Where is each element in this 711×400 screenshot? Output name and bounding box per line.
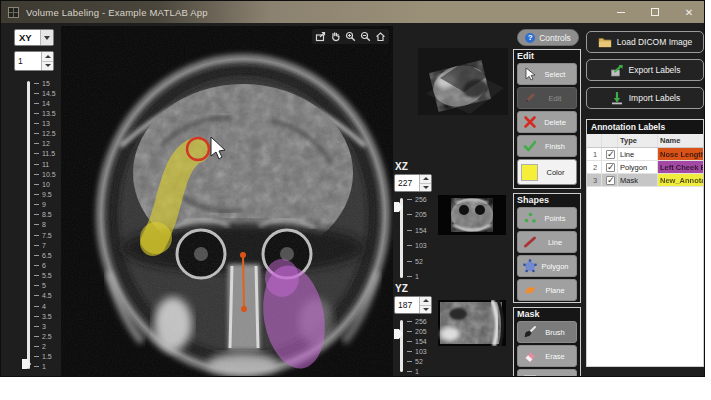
slider-tick: 10.5 xyxy=(34,170,60,178)
folder-icon xyxy=(598,36,612,48)
row-checkbox-cell xyxy=(602,161,618,173)
polygon-button[interactable]: Polygon xyxy=(517,255,577,277)
xy-slice-slider[interactable] xyxy=(27,81,30,369)
row-type: Mask xyxy=(618,174,658,186)
slider-tick: 1.5 xyxy=(34,353,60,361)
slider-tick: 8 xyxy=(34,221,60,229)
slider-tick: 1 xyxy=(407,273,431,281)
table-row[interactable]: 3 Mask New_Annotation_1 xyxy=(587,174,703,187)
table-row[interactable]: 1 Line Nose Length xyxy=(587,148,703,161)
xz-slider-ticks: 256 205 154 103 52 1 xyxy=(407,195,431,281)
yz-spinner-value: 187 xyxy=(395,297,419,313)
spinner-down-button[interactable] xyxy=(420,184,431,192)
arrow-up-icon xyxy=(423,177,429,180)
spinner-down-button[interactable] xyxy=(42,62,53,71)
visibility-checkbox[interactable] xyxy=(606,163,615,172)
view-plane-dropdown[interactable]: XY xyxy=(14,29,54,46)
close-button[interactable]: ✕ xyxy=(672,1,705,23)
slider-tick: 10 xyxy=(34,180,60,188)
zoom-in-icon[interactable] xyxy=(344,30,357,43)
table-header-row: Type Name xyxy=(587,134,703,148)
plane-button[interactable]: Plane xyxy=(517,279,577,301)
line-button[interactable]: Line xyxy=(517,231,577,253)
mri-annotation-canvas[interactable] xyxy=(61,26,393,377)
table-row[interactable]: 2 Polygon Left Cheek Bone xyxy=(587,161,703,174)
edit-panel: Edit Select Edit Delete Finish xyxy=(513,49,581,189)
slider-tick: 205 xyxy=(407,211,431,219)
export-labels-button[interactable]: Export Labels xyxy=(586,59,704,81)
table-empty-area xyxy=(587,187,703,366)
slider-tick: 2 xyxy=(34,343,60,351)
yz-slider-ticks: 256 205 154 103 52 1 xyxy=(407,317,431,375)
dropdown-arrow-button[interactable] xyxy=(40,30,53,45)
delete-button[interactable]: Delete xyxy=(517,111,577,133)
row-name-cell[interactable]: Left Cheek Bone xyxy=(658,161,703,173)
header-type-cell: Type xyxy=(618,134,658,147)
slider-tick: 5 xyxy=(34,282,60,290)
screen: Volume Labeling - Example MATLAB App ✕ X… xyxy=(0,0,711,400)
slider-tick: 9 xyxy=(34,201,60,209)
slider-tick: 7.5 xyxy=(34,231,60,239)
xz-spinner[interactable]: 227 xyxy=(394,174,432,192)
brush-button[interactable]: Brush xyxy=(517,321,577,343)
row-name: Left Cheek Bone xyxy=(660,163,703,172)
color-button[interactable]: Color xyxy=(517,159,577,185)
view-plane-value: XY xyxy=(15,32,40,43)
edit-button[interactable]: Edit xyxy=(517,87,577,109)
erase-button[interactable]: Erase xyxy=(517,345,577,367)
xz-spinner-value: 227 xyxy=(395,175,419,191)
visibility-checkbox[interactable] xyxy=(606,150,615,159)
zoom-out-icon[interactable] xyxy=(359,30,372,43)
finish-button[interactable]: Finish xyxy=(517,135,577,157)
maximize-button[interactable] xyxy=(638,1,672,23)
row-name-cell[interactable]: Nose Length xyxy=(658,148,703,160)
row-name: Nose Length xyxy=(660,150,703,159)
pan-icon[interactable] xyxy=(329,30,342,43)
chevron-down-icon xyxy=(44,36,50,40)
color-button-label: Color xyxy=(538,168,576,177)
slider-tick: 1 xyxy=(407,367,431,375)
arrow-up-icon xyxy=(45,55,51,58)
slider-tick: 12 xyxy=(34,140,60,148)
annotation-labels-title: Annotation Labels xyxy=(587,120,703,134)
slider-tick: 1 xyxy=(34,363,60,371)
slider-tick: 8.5 xyxy=(34,211,60,219)
row-name-cell[interactable]: New_Annotation_1 xyxy=(658,174,703,186)
yz-slice-slider[interactable] xyxy=(400,320,403,372)
mask-panel: Mask Brush Erase Invert xyxy=(513,307,581,377)
spinner-down-button[interactable] xyxy=(420,306,431,314)
spinner-up-button[interactable] xyxy=(420,175,431,184)
invert-button[interactable]: Invert xyxy=(517,369,577,377)
slider-tick: 14.5 xyxy=(34,89,60,97)
slider-tick: 154 xyxy=(407,226,431,234)
shapes-panel-title: Shapes xyxy=(514,194,580,207)
controls-button[interactable]: ? Controls xyxy=(517,29,579,46)
slider-tick: 4 xyxy=(34,302,60,310)
slice-spinner[interactable]: 1 xyxy=(14,51,54,71)
export-icon[interactable] xyxy=(314,30,327,43)
line-icon xyxy=(523,235,537,249)
select-button[interactable]: Select xyxy=(517,63,577,85)
yz-spinner[interactable]: 187 xyxy=(394,296,432,314)
spinner-buttons xyxy=(41,52,53,70)
spinner-up-button[interactable] xyxy=(420,297,431,306)
home-icon[interactable] xyxy=(374,30,387,43)
header-name-cell: Name xyxy=(658,134,703,147)
spinner-up-button[interactable] xyxy=(42,52,53,62)
minimize-button[interactable] xyxy=(604,1,638,23)
polygon-button-label: Polygon xyxy=(537,262,576,271)
slider-tick: 103 xyxy=(407,347,431,355)
load-dicom-button[interactable]: Load DICOM Image xyxy=(586,31,704,53)
visibility-checkbox[interactable] xyxy=(606,176,615,185)
spinner-buttons xyxy=(419,175,431,191)
arrow-down-icon xyxy=(423,186,429,189)
slider-tick: 6.5 xyxy=(34,251,60,259)
line-button-label: Line xyxy=(537,238,576,247)
slider-tick: 15 xyxy=(34,79,60,87)
points-button[interactable]: Points xyxy=(517,207,577,229)
import-labels-button[interactable]: Import Labels xyxy=(586,87,704,109)
arrow-down-icon xyxy=(423,308,429,311)
maximize-icon xyxy=(651,8,659,16)
shapes-panel: Shapes Points Line Polygon Plane xyxy=(513,193,581,303)
edit-button-label: Edit xyxy=(537,94,576,103)
